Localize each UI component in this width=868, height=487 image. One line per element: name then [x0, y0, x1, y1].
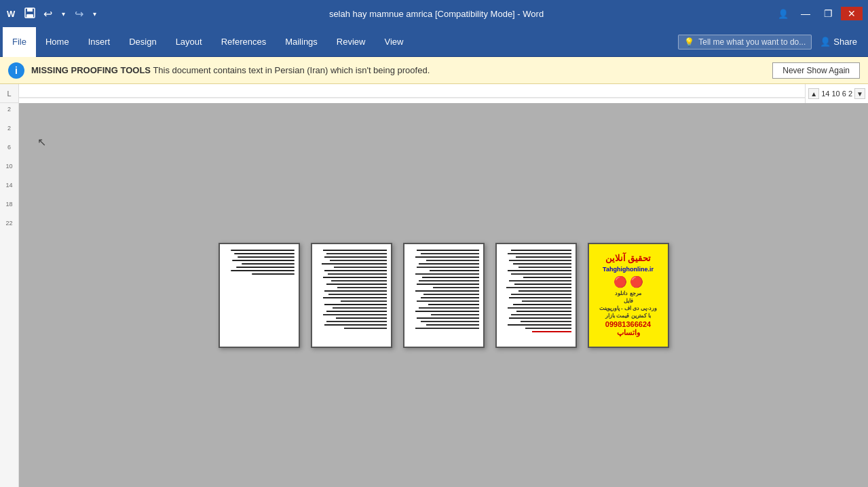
ruler-mark-14: 14 [5, 182, 12, 189]
title-bar-left: W ↩ ▾ ↪ ▾ [5, 6, 99, 22]
page-3[interactable] [403, 243, 485, 348]
main-area: 2 2 6 10 14 18 22 ↖ [0, 103, 868, 487]
save-icon[interactable] [23, 7, 37, 20]
page-1-content [220, 244, 299, 282]
ribbon: File Home Insert Design Layout Reference… [0, 27, 868, 57]
ruler-corner[interactable]: L [0, 84, 19, 103]
word-icon: W [5, 7, 19, 20]
svg-text:W: W [7, 9, 16, 19]
page-3-content [404, 244, 483, 336]
undo-dropdown[interactable]: ▾ [59, 9, 68, 19]
ad-desc2: فایل [624, 298, 633, 304]
document-area: ↖ [19, 103, 868, 487]
tab-references[interactable]: References [212, 27, 276, 57]
notification-bar: i MISSING PROOFING TOOLS This document c… [0, 57, 868, 84]
tab-design[interactable]: Design [119, 27, 166, 57]
page-5-ad[interactable]: تحقیق آنلاین Tahghighonline.ir 🔴 🔴 مرجع … [588, 243, 669, 348]
lightbulb-icon: 💡 [684, 37, 694, 47]
pages-container: تحقیق آنلاین Tahghighonline.ir 🔴 🔴 مرجع … [205, 229, 683, 362]
undo-button[interactable]: ↩ [41, 6, 55, 22]
tab-review[interactable]: Review [327, 27, 375, 57]
ruler-mark-2a: 2 [7, 106, 11, 113]
page-4-content [497, 244, 575, 340]
ad-desc4: با کمترین قیمت بازار [605, 313, 651, 319]
zoom-value-2: 2 [848, 90, 852, 98]
ad-title: تحقیق آنلاین [605, 253, 652, 263]
tab-home[interactable]: Home [36, 27, 79, 57]
window-controls: 👤 — ❐ ✕ [774, 7, 863, 20]
ad-desc3: ورد-پی دی اف - پاورپوینت [599, 305, 657, 311]
share-button[interactable]: 👤 Share [812, 31, 865, 52]
ad-content: تحقیق آنلاین Tahghighonline.ir 🔴 🔴 مرجع … [589, 244, 668, 347]
share-icon: 👤 [820, 37, 831, 47]
notification-text: MISSING PROOFING TOOLS This document con… [31, 65, 766, 75]
page-2[interactable] [311, 243, 392, 348]
zoom-controls: ▲ 14 10 6 2 ▼ [805, 84, 868, 103]
page-1[interactable] [219, 243, 300, 348]
zoom-up-button[interactable]: ▲ [808, 88, 819, 99]
close-button[interactable]: ✕ [841, 7, 863, 20]
cursor-indicator: ↖ [37, 136, 46, 149]
minimize-button[interactable]: — [795, 7, 816, 20]
horizontal-ruler-row: L ▲ 14 10 6 2 ▼ [0, 84, 868, 103]
vertical-ruler: 2 2 6 10 14 18 22 [0, 103, 19, 487]
notification-title: MISSING PROOFING TOOLS [31, 65, 151, 75]
zoom-value-14: 14 [821, 90, 829, 98]
ruler-mark-10: 10 [5, 163, 12, 170]
user-account[interactable]: 👤 [774, 7, 793, 20]
tab-mailings[interactable]: Mailings [276, 27, 327, 57]
title-bar: W ↩ ▾ ↪ ▾ selah hay mamnue amrica [Compa… [0, 0, 868, 27]
ruler-mark-2b: 2 [7, 125, 11, 132]
tab-insert[interactable]: Insert [79, 27, 120, 57]
zoom-value-10: 10 [832, 90, 840, 98]
ad-site: Tahghighonline.ir [603, 266, 654, 273]
redo-button[interactable]: ↪ [72, 6, 86, 22]
ruler-mark-18: 18 [5, 201, 12, 208]
ribbon-search[interactable]: 💡 Tell me what you want to do... [678, 35, 812, 50]
ad-desc1: مرجع دانلود [615, 290, 641, 296]
tab-layout[interactable]: Layout [166, 27, 212, 57]
maximize-button[interactable]: ❐ [818, 7, 838, 20]
page-4[interactable] [495, 243, 577, 348]
zoom-value-6: 6 [842, 90, 846, 98]
ruler-mark-22: 22 [5, 220, 12, 227]
ad-phone: 09981366624 واتساپ [593, 320, 664, 337]
ruler-v-marks: 2 2 6 10 14 18 22 [0, 103, 18, 227]
horizontal-ruler [19, 84, 868, 103]
user-icon: 👤 [778, 9, 789, 19]
svg-rect-4 [26, 14, 33, 18]
tab-view[interactable]: View [375, 27, 413, 57]
page-2-content [312, 244, 391, 336]
never-show-button[interactable]: Never Show Again [772, 62, 860, 79]
tab-file[interactable]: File [3, 27, 36, 57]
customize-qat[interactable]: ▾ [90, 9, 99, 19]
ruler-mark-6: 6 [7, 144, 11, 151]
svg-rect-5 [19, 84, 867, 103]
svg-rect-3 [27, 8, 33, 12]
document-title: selah hay mamnue amrica [Compatibility M… [99, 9, 774, 19]
zoom-down-button[interactable]: ▼ [854, 88, 865, 99]
info-icon: i [8, 62, 24, 79]
